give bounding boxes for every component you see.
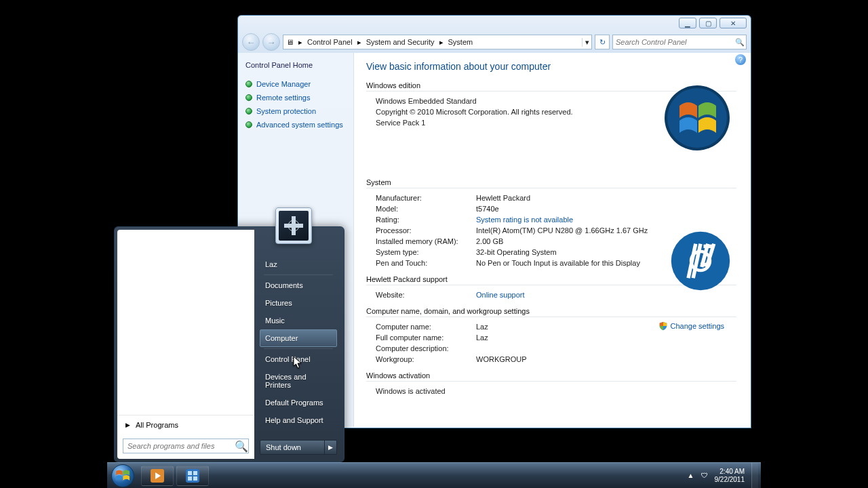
start-search-box[interactable]: 🔍 xyxy=(123,439,249,453)
back-button[interactable]: ← xyxy=(242,33,260,51)
section-system: System xyxy=(366,178,736,188)
content: ? View basic information about your comp… xyxy=(354,53,750,427)
cursor-icon xyxy=(293,356,302,369)
svg-rect-11 xyxy=(193,471,197,475)
crumb-1[interactable]: System and Security xyxy=(363,38,437,46)
separator xyxy=(264,274,333,275)
shutdown-group: Shut down ▶ xyxy=(260,440,337,455)
minimize-button[interactable]: ▁ xyxy=(679,18,696,28)
sidebar-device-manager[interactable]: Device Manager xyxy=(245,77,347,91)
edition-sp: Service Pack 1 xyxy=(376,119,425,127)
breadcrumb[interactable]: 🖥 ▸ Control Panel ▸ System and Security … xyxy=(283,35,592,49)
start-menu: ▶ All Programs 🔍 LazDocumentsPicturesMus… xyxy=(114,226,344,462)
all-programs[interactable]: ▶ All Programs xyxy=(117,415,254,434)
page-title: View basic information about your comput… xyxy=(366,61,736,72)
start-item-default-programs[interactable]: Default Programs xyxy=(260,394,337,411)
tray-overflow-icon[interactable]: ▲ xyxy=(688,472,694,479)
section-activation: Windows activation xyxy=(366,371,736,382)
shield-icon xyxy=(658,321,668,331)
start-right-panel: LazDocumentsPicturesMusicComputerControl… xyxy=(256,230,341,459)
window-titlebar: ▁ ▢ ✕ xyxy=(238,16,751,32)
address-dropdown[interactable]: ▾ xyxy=(582,38,591,47)
svg-rect-10 xyxy=(188,471,192,475)
search-box[interactable]: 🔍 xyxy=(612,35,747,49)
sidebar-home[interactable]: Control Panel Home xyxy=(245,61,347,69)
tray-shield-icon[interactable]: 🛡 xyxy=(701,472,708,479)
start-item-computer[interactable]: Computer xyxy=(260,329,337,347)
start-button[interactable] xyxy=(107,463,138,489)
edition-copyright: Copyright © 2010 Microsoft Corporation. … xyxy=(376,108,573,116)
online-support-link[interactable]: Online support xyxy=(476,291,525,299)
tray-clock[interactable]: 2:40 AM 9/22/2011 xyxy=(715,468,745,483)
start-search-input[interactable] xyxy=(123,442,235,450)
bullet-icon xyxy=(245,94,252,101)
nav-toolbar: ← → 🖥 ▸ Control Panel ▸ System and Secur… xyxy=(238,32,751,52)
separator xyxy=(264,348,333,349)
svg-rect-13 xyxy=(193,476,197,481)
change-settings-link[interactable]: Change settings xyxy=(658,321,725,331)
bullet-icon xyxy=(245,81,252,87)
rating-link[interactable]: System rating is not available xyxy=(476,216,573,224)
maximize-button[interactable]: ▢ xyxy=(699,18,717,28)
search-input[interactable] xyxy=(613,38,734,46)
sidebar-system-protection[interactable]: System protection xyxy=(245,104,347,118)
close-button[interactable]: ✕ xyxy=(719,18,747,28)
windows-logo-icon xyxy=(663,84,731,152)
hp-logo-icon xyxy=(670,230,731,291)
section-naming: Computer name, domain, and workgroup set… xyxy=(366,307,736,317)
start-item-music[interactable]: Music xyxy=(260,312,337,329)
bullet-icon xyxy=(245,108,252,115)
taskbar-app[interactable] xyxy=(176,466,209,486)
crumb-0[interactable]: Control Panel xyxy=(304,38,355,46)
svg-rect-12 xyxy=(188,476,192,481)
edition-name: Windows Embedded Standard xyxy=(376,97,477,105)
taskbar: ▲ 🛡 2:40 AM 9/22/2011 xyxy=(107,462,761,488)
start-left-panel: ▶ All Programs 🔍 xyxy=(117,230,254,459)
refresh-button[interactable]: ↻ xyxy=(595,35,610,49)
svg-rect-6 xyxy=(284,224,303,228)
activation-status: Windows is activated xyxy=(376,387,446,395)
shutdown-options-button[interactable]: ▶ xyxy=(325,440,337,455)
search-icon: 🔍 xyxy=(734,38,746,47)
start-item-documents[interactable]: Documents xyxy=(260,277,337,294)
show-desktop-button[interactable] xyxy=(751,463,758,489)
sidebar-advanced-settings[interactable]: Advanced system settings xyxy=(245,118,347,131)
start-item-help-and-support[interactable]: Help and Support xyxy=(260,411,337,429)
shutdown-button[interactable]: Shut down xyxy=(260,440,325,455)
windows-orb-icon xyxy=(111,464,134,487)
forward-button[interactable]: → xyxy=(262,33,280,51)
user-picture[interactable] xyxy=(275,207,312,244)
crumb-2[interactable]: System xyxy=(446,38,476,46)
bullet-icon xyxy=(245,121,252,128)
sidebar-remote-settings[interactable]: Remote settings xyxy=(245,91,347,104)
start-item-pictures[interactable]: Pictures xyxy=(260,294,337,312)
search-icon: 🔍 xyxy=(235,440,248,453)
start-item-laz[interactable]: Laz xyxy=(260,256,337,273)
help-icon[interactable]: ? xyxy=(735,54,746,65)
user-avatar-icon xyxy=(279,211,309,241)
chevron-right-icon: ▶ xyxy=(125,422,130,428)
start-item-devices-and-printers[interactable]: Devices and Printers xyxy=(260,368,337,394)
system-tray: ▲ 🛡 2:40 AM 9/22/2011 xyxy=(688,463,761,489)
control-panel-icon: 🖥 xyxy=(283,38,296,46)
taskbar-media-player[interactable] xyxy=(141,466,174,486)
